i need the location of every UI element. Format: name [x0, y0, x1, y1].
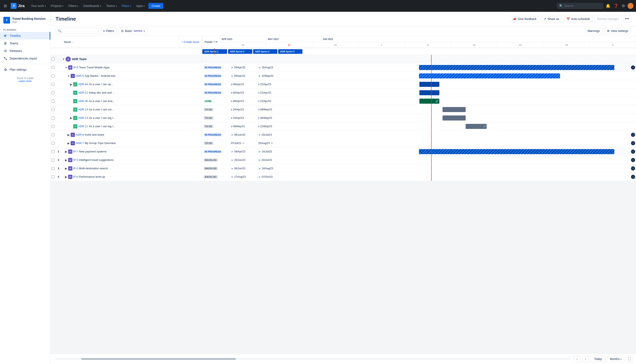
fullscreen-button[interactable]: ⛶ — [626, 356, 633, 362]
row-expand-button[interactable]: ▶ — [69, 116, 73, 120]
row-checkbox[interactable] — [50, 58, 56, 60]
row-checkbox[interactable] — [50, 100, 56, 102]
gantt-bar[interactable]: 🔗 — [419, 98, 439, 104]
gantt-bar[interactable] — [442, 116, 466, 120]
field-due-date: ➤14/Jul/23 — [256, 150, 284, 153]
field-due-date: s 22/Apr/23 — [256, 100, 284, 102]
review-changes-button[interactable]: Review changes — [594, 16, 622, 22]
row-checkbox[interactable] — [50, 176, 56, 178]
search-input[interactable] — [564, 4, 601, 8]
row-expand-button[interactable]: ▾ — [66, 74, 71, 78]
prev-period-button[interactable]: ‹ — [574, 356, 580, 362]
search-bar[interactable]: 🔍 — [557, 3, 603, 9]
row-gantt: → — [419, 148, 636, 156]
row-checkbox[interactable] — [50, 108, 56, 111]
issue-id[interactable]: IP-7 — [73, 150, 78, 153]
today-button[interactable]: Today — [590, 356, 606, 362]
row-checkbox[interactable] — [50, 83, 56, 86]
issue-id[interactable]: ADR-5 — [76, 74, 84, 78]
months-dropdown[interactable]: Months ▾ — [607, 356, 624, 362]
sidebar-item-plan-settings[interactable]: ⚙ Plan settings — [0, 66, 50, 74]
row-checkbox[interactable] — [50, 125, 56, 128]
issue-id[interactable]: ADR-11 — [78, 125, 88, 128]
issue-id[interactable]: IP-3 — [73, 167, 78, 170]
sidebar-item-timeline[interactable]: Timeline — [0, 32, 50, 40]
row-expand-button[interactable]: ▶ — [64, 167, 68, 170]
row-checkbox[interactable] — [50, 133, 56, 136]
row-checkbox[interactable] — [50, 142, 56, 145]
nav-projects[interactable]: Projects ▾ — [49, 3, 66, 9]
issue-id[interactable]: ADR-45 — [78, 100, 88, 102]
create-button[interactable]: Create — [148, 3, 163, 9]
sidebar-collapse-button[interactable]: ‹ — [48, 17, 53, 22]
issue-id[interactable]: ADR-13 — [78, 116, 88, 120]
row-checkbox[interactable] — [50, 167, 56, 170]
next-period-button[interactable]: › — [582, 356, 589, 362]
row-expand-button[interactable]: ▶ — [64, 158, 68, 162]
auto-schedule-button[interactable]: 📅 Auto-schedule — [564, 16, 593, 22]
learn-more-link[interactable]: Learn more — [19, 80, 32, 83]
view-settings-button[interactable]: ⚙ View settings — [604, 28, 631, 34]
help-icon[interactable]: ❓ — [613, 3, 619, 9]
row-checkbox[interactable] — [50, 116, 56, 120]
row-expand-button[interactable]: ▶ — [66, 142, 71, 145]
grid-icon[interactable]: ⊞ — [2, 2, 8, 10]
row-expand-button[interactable]: ▾ — [64, 66, 68, 69]
gantt-bar[interactable] — [442, 107, 466, 112]
today-line — [431, 72, 432, 80]
col-fields-header[interactable]: Fields ▾ ⇔ — [202, 36, 220, 48]
row-expand-button[interactable]: ▶ — [64, 150, 68, 153]
row-checkbox[interactable] — [50, 66, 56, 69]
basic-view-button[interactable]: ⊟ Basic EDITED ▾ — [118, 28, 148, 34]
filters-button[interactable]: ≡ Filters — [100, 28, 117, 34]
row-expand-button[interactable]: ▶ — [66, 133, 71, 136]
issue-id[interactable]: ADR-6 — [76, 133, 84, 136]
sidebar-item-teams[interactable]: Teams — [0, 40, 50, 47]
jira-logo[interactable]: Jira — [9, 2, 26, 10]
data-rows: ▾ A ADR Team — [50, 55, 636, 354]
issue-id[interactable]: ADR-7 — [76, 142, 84, 145]
issue-search-input[interactable] — [63, 29, 96, 32]
issue-id[interactable]: IP-8 — [73, 66, 78, 69]
nav-dashboards[interactable]: Dashboards ▾ — [81, 3, 103, 9]
gantt-bar[interactable] — [419, 90, 439, 95]
row-checkbox[interactable] — [50, 91, 56, 94]
gantt-bar[interactable] — [419, 149, 614, 154]
gantt-bar[interactable] — [419, 65, 614, 70]
gantt-bar[interactable] — [419, 82, 439, 87]
status-badge: IN PROGRESS — [204, 83, 222, 86]
col-issue-header[interactable]: Issue ⌄ — [62, 36, 179, 48]
row-checkbox[interactable] — [50, 150, 56, 153]
nav-teams[interactable]: Teams ▾ — [104, 3, 119, 9]
nav-apps[interactable]: Apps ▾ — [134, 3, 147, 9]
row-expand-button[interactable]: ▾ — [62, 58, 66, 61]
gantt-bar[interactable]: 🔗 — [466, 124, 487, 129]
issue-id[interactable]: ADR-14 — [78, 108, 88, 111]
row-gantt: → — [419, 156, 636, 164]
warnings-button[interactable]: Warnings — [585, 28, 602, 34]
issue-id[interactable]: ADR-44 — [78, 83, 88, 86]
sidebar-item-dependencies[interactable]: Dependencies report — [0, 55, 50, 62]
issue-id[interactable]: IP-5 — [73, 158, 78, 162]
nav-plans[interactable]: Plans ▾ — [120, 3, 133, 9]
issue-search[interactable]: 🔍 — [56, 28, 99, 34]
col-create-issue[interactable]: + Create issue — [179, 36, 202, 48]
share-as-button[interactable]: ↗ Share as — [541, 16, 562, 22]
notifications-icon[interactable]: 🔔 — [605, 3, 611, 9]
more-actions-button[interactable]: ••• — [623, 15, 631, 22]
issue-id[interactable]: IP-6 — [73, 175, 78, 178]
issue-id[interactable]: ADR-12 — [78, 91, 88, 94]
chevron-down-icon: ▾ — [144, 30, 145, 32]
row-expand-button[interactable]: ▶ — [69, 83, 73, 86]
avatar[interactable] — [628, 3, 634, 9]
settings-icon[interactable]: ⚙ — [621, 3, 626, 9]
row-checkbox[interactable] — [50, 74, 56, 78]
row-checkbox[interactable] — [50, 158, 56, 162]
nav-filters[interactable]: Filters ▾ — [66, 3, 80, 9]
sidebar-item-releases[interactable]: Releases — [0, 47, 50, 55]
scrollbar[interactable] — [56, 358, 570, 360]
row-expand-button[interactable]: ▶ — [64, 175, 68, 178]
nav-your-work[interactable]: Your work ▾ — [29, 3, 48, 9]
gantt-bar[interactable] — [419, 74, 560, 78]
give-feedback-button[interactable]: 📣 Give feedback — [510, 16, 539, 22]
